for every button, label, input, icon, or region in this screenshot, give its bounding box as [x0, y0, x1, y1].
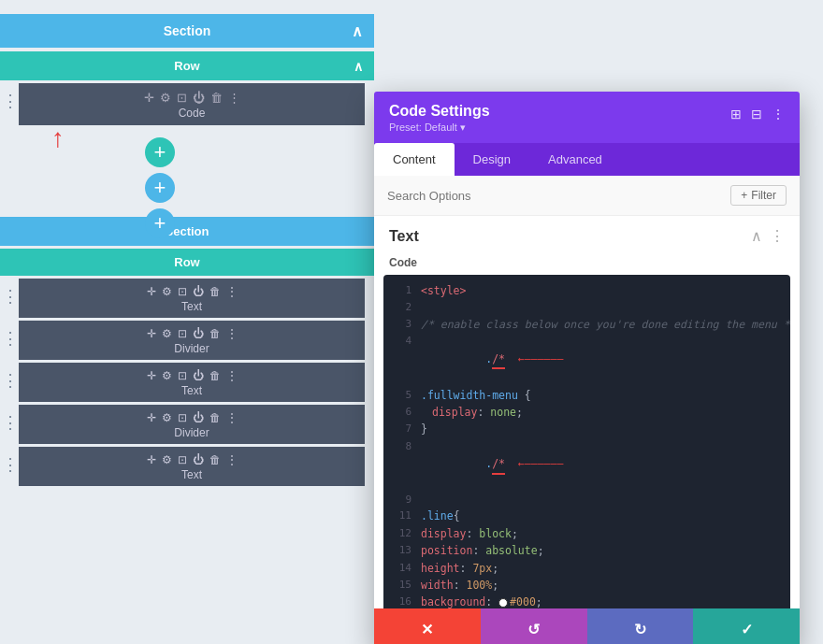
section-header-actions: ∧ ⋮: [751, 227, 785, 245]
code-line-8: 8 ./* ←——————: [383, 438, 790, 492]
save-icon: ✓: [741, 621, 753, 638]
duplicate-icon-d2[interactable]: ⊡: [178, 411, 187, 424]
modal-footer: ✕ ↺ ↻ ✓: [374, 608, 800, 644]
module-dot-code[interactable]: ⋮: [2, 91, 19, 111]
duplicate-icon-d1[interactable]: ⊡: [178, 327, 187, 340]
move-icon-d1[interactable]: ✛: [147, 327, 156, 340]
row-bar-1[interactable]: Row ∧: [0, 51, 374, 80]
more-icon-d2[interactable]: ⋮: [226, 411, 238, 424]
divider1-label: Divider: [174, 342, 209, 355]
power-icon-t1[interactable]: ⏻: [193, 285, 204, 298]
section-label-1: Section: [164, 23, 211, 38]
redo-icon: ↻: [634, 621, 646, 638]
modal-preset[interactable]: Preset: Default ▾: [389, 122, 490, 134]
add-btn-teal-1[interactable]: +: [145, 137, 175, 167]
row-bar-2[interactable]: Row: [0, 249, 374, 276]
tab-advanced[interactable]: Advanced: [529, 143, 621, 176]
delete-icon[interactable]: 🗑: [210, 91, 223, 105]
more-icon-t3[interactable]: ⋮: [226, 453, 238, 466]
duplicate-icon-t3[interactable]: ⊡: [178, 453, 187, 466]
settings-icon-t3[interactable]: ⚙: [162, 453, 172, 466]
minimize-icon[interactable]: ⊟: [751, 107, 762, 122]
delete-icon-d2[interactable]: 🗑: [209, 411, 221, 424]
save-button[interactable]: ✓: [693, 608, 800, 644]
cancel-button[interactable]: ✕: [374, 608, 481, 644]
settings-icon-d2[interactable]: ⚙: [162, 411, 172, 424]
more-icon-t2[interactable]: ⋮: [226, 369, 238, 382]
module-dot-div2[interactable]: ⋮: [2, 412, 19, 433]
code-module-label: Code: [179, 107, 206, 120]
code-line-2: 2: [383, 299, 790, 316]
modal-header-actions: ⊞ ⊟ ⋮: [730, 107, 785, 122]
row-label-2: Row: [174, 255, 199, 269]
tab-content[interactable]: Content: [374, 143, 455, 176]
code-line-9: 9: [383, 492, 790, 508]
add-btn-blue-2[interactable]: +: [145, 208, 175, 238]
module-dot-text2[interactable]: ⋮: [2, 370, 19, 391]
text2-label: Text: [181, 384, 202, 397]
settings-icon[interactable]: ⚙: [160, 91, 171, 105]
code-module: ✛ ⚙ ⊡ ⏻ 🗑 ⋮ Code: [19, 83, 365, 125]
module-dot-text1[interactable]: ⋮: [2, 286, 19, 307]
move-icon-d2[interactable]: ✛: [147, 411, 156, 424]
code-line-16: 16 background: #000;: [383, 594, 790, 608]
code-line-15: 15 width: 100%;: [383, 577, 790, 594]
duplicate-icon[interactable]: ⊡: [177, 91, 187, 105]
cancel-icon: ✕: [421, 621, 433, 638]
section-bar-2[interactable]: Section: [0, 217, 374, 246]
power-icon-d1[interactable]: ⏻: [193, 327, 204, 340]
duplicate-icon-t2[interactable]: ⊡: [178, 369, 187, 382]
search-input[interactable]: [387, 189, 730, 203]
code-line-11: 11 .line{: [383, 508, 790, 524]
add-btn-blue-1[interactable]: +: [145, 173, 175, 203]
row-chevron-1: ∧: [354, 59, 363, 74]
module-dot-div1[interactable]: ⋮: [2, 328, 19, 349]
text1-icons: ✛ ⚙ ⊡ ⏻ 🗑 ⋮: [147, 285, 238, 298]
filter-label: Filter: [751, 189, 776, 202]
div1-icons: ✛ ⚙ ⊡ ⏻ 🗑 ⋮: [147, 327, 238, 340]
more-icon-t1[interactable]: ⋮: [226, 285, 238, 298]
modal-tabs: Content Design Advanced: [374, 143, 800, 176]
collapse-icon[interactable]: ∧: [751, 227, 762, 245]
move-icon[interactable]: ✛: [144, 91, 154, 105]
undo-button[interactable]: ↺: [481, 608, 587, 644]
delete-icon-d1[interactable]: 🗑: [209, 327, 221, 340]
move-icon-t1[interactable]: ✛: [147, 285, 156, 298]
more-icon-d1[interactable]: ⋮: [226, 327, 238, 340]
module-dot-text3[interactable]: ⋮: [2, 454, 19, 475]
power-icon-t2[interactable]: ⏻: [193, 369, 204, 382]
section-chevron-1: ∧: [352, 22, 363, 40]
delete-icon-t1[interactable]: 🗑: [209, 285, 221, 298]
modal-more-icon[interactable]: ⋮: [772, 107, 785, 122]
delete-icon-t2[interactable]: 🗑: [209, 369, 221, 382]
code-editor[interactable]: 1 <style> 2 3 /* enable class below once…: [383, 275, 790, 608]
redo-button[interactable]: ↻: [587, 608, 694, 644]
code-settings-modal: Code Settings Preset: Default ▾ ⊞ ⊟ ⋮ Co…: [374, 92, 800, 644]
duplicate-icon-t1[interactable]: ⊡: [178, 285, 187, 298]
settings-icon-t2[interactable]: ⚙: [162, 369, 172, 382]
text2-icons: ✛ ⚙ ⊡ ⏻ 🗑 ⋮: [147, 369, 238, 382]
power-icon[interactable]: ⏻: [193, 91, 205, 105]
code-module-icons: ✛ ⚙ ⊡ ⏻ 🗑 ⋮: [144, 91, 240, 105]
fullscreen-icon[interactable]: ⊞: [730, 107, 742, 122]
code-line-14: 14 height: 7px;: [383, 560, 790, 577]
row-label-1: Row: [174, 59, 199, 73]
filter-plus-icon: +: [741, 189, 747, 202]
divider-module-2: ✛ ⚙ ⊡ ⏻ 🗑 ⋮ Divider: [19, 405, 365, 444]
section-bar-1[interactable]: Section ∧: [0, 14, 374, 48]
modal-search-bar: + Filter: [374, 176, 800, 216]
section-more-icon[interactable]: ⋮: [770, 227, 785, 245]
text-module-2: ✛ ⚙ ⊡ ⏻ 🗑 ⋮ Text: [19, 363, 365, 402]
power-icon-t3[interactable]: ⏻: [193, 453, 204, 466]
code-line-3: 3 /* enable class below once you're done…: [383, 316, 790, 333]
settings-icon-d1[interactable]: ⚙: [162, 327, 172, 340]
text1-label: Text: [181, 300, 202, 313]
move-icon-t3[interactable]: ✛: [147, 453, 156, 466]
move-icon-t2[interactable]: ✛: [147, 369, 156, 382]
delete-icon-t3[interactable]: 🗑: [209, 453, 221, 466]
more-icon[interactable]: ⋮: [228, 91, 240, 105]
tab-design[interactable]: Design: [455, 143, 529, 176]
settings-icon-t1[interactable]: ⚙: [162, 285, 172, 298]
power-icon-d2[interactable]: ⏻: [193, 411, 204, 424]
filter-button[interactable]: + Filter: [730, 185, 787, 206]
